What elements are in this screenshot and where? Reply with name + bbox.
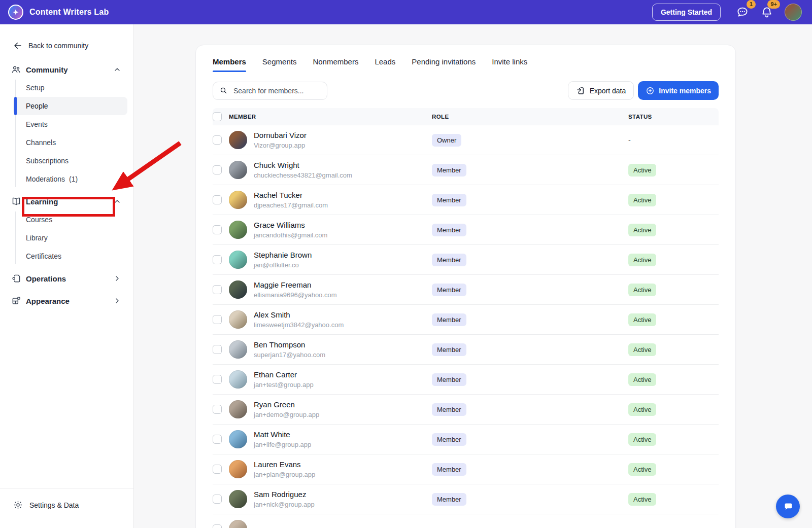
main-content: Members Segments Nonmembers Leads Pendin… <box>134 24 812 528</box>
chevron-right-icon[interactable] <box>113 297 121 305</box>
status-badge: Active <box>628 224 656 236</box>
column-role: ROLE <box>432 114 628 120</box>
member-name: Maggie Freeman <box>254 280 337 290</box>
status-badge: Active <box>628 433 656 446</box>
avatar <box>229 400 247 418</box>
invite-members-button[interactable]: Invite members <box>638 81 719 100</box>
chat-bubble-icon <box>736 6 749 19</box>
sidebar-item-channels[interactable]: Channels <box>13 133 127 152</box>
topbar: Content Writers Lab Getting Started 1 9+ <box>0 0 812 24</box>
status-badge: Active <box>628 373 656 386</box>
settings-and-data-link[interactable]: Settings & Data <box>0 488 133 528</box>
sidebar-item-subscriptions[interactable]: Subscriptions <box>13 152 127 170</box>
row-checkbox[interactable] <box>213 135 222 145</box>
row-checkbox[interactable] <box>213 345 222 354</box>
tab-invite-links[interactable]: Invite links <box>492 57 527 72</box>
column-member: MEMBER <box>229 114 432 120</box>
member-email: djpeaches17@gmail.com <box>254 201 328 209</box>
member-name: Lauren Evans <box>254 460 315 469</box>
tab-nonmembers[interactable]: Nonmembers <box>313 57 358 72</box>
table-row[interactable]: Dornubari Vizor Vizor@group.app Owner - <box>213 125 719 155</box>
row-checkbox[interactable] <box>213 495 222 504</box>
avatar <box>229 520 247 528</box>
table-row[interactable]: Maggie Freeman ellismania9696@yahoo.com … <box>213 274 719 304</box>
table-row[interactable]: Stephanie Brown jan@offkilter.co Member … <box>213 244 719 274</box>
chevron-up-icon[interactable] <box>113 65 121 74</box>
table-row[interactable]: Sam Rodriguez jan+nick@group.app Member … <box>213 484 719 514</box>
row-checkbox[interactable] <box>213 315 222 324</box>
status-badge: Active <box>628 284 656 296</box>
avatar <box>229 490 247 508</box>
notifications-button[interactable]: 9+ <box>760 6 773 19</box>
back-to-community-link[interactable]: Back to community <box>0 24 133 50</box>
tab-leads[interactable]: Leads <box>375 57 395 72</box>
column-status: STATUS <box>628 114 719 120</box>
table-row[interactable]: Ben Thompson superjan17@yahoo.com Member… <box>213 334 719 364</box>
search-members-input[interactable] <box>232 86 321 95</box>
row-checkbox[interactable] <box>213 195 222 204</box>
users-icon <box>11 64 21 75</box>
role-badge: Member <box>432 463 466 476</box>
sidebar-item-courses[interactable]: Courses <box>13 210 127 229</box>
sidebar-section-operations[interactable]: Operations <box>0 269 133 288</box>
row-checkbox[interactable] <box>213 165 222 174</box>
sidebar-section-learning[interactable]: Learning <box>0 192 133 210</box>
community-logo-icon[interactable] <box>8 5 23 20</box>
status-badge: Active <box>628 313 656 326</box>
member-email: jan+plan@group.app <box>254 471 315 478</box>
chevron-up-icon[interactable] <box>113 197 121 205</box>
member-email: jan@offkilter.co <box>254 261 312 269</box>
export-data-button[interactable]: Export data <box>568 81 634 100</box>
table-row[interactable]: Rachel Tucker djpeaches17@gmail.com Memb… <box>213 185 719 215</box>
table-row[interactable]: Ethan Carter jan+test@group.app Member A… <box>213 364 719 394</box>
status-badge: Active <box>628 343 656 356</box>
user-avatar[interactable] <box>785 4 802 21</box>
table-row[interactable]: Chuck Wright chuckiechesse43821@gmail.co… <box>213 155 719 185</box>
members-tabs: Members Segments Nonmembers Leads Pendin… <box>213 57 719 72</box>
tab-pending-invitations[interactable]: Pending invitations <box>412 57 476 72</box>
table-row[interactable]: Matt White jan+life@group.app Member Act… <box>213 424 719 454</box>
sidebar-item-setup[interactable]: Setup <box>13 79 127 97</box>
member-email: superjan17@yahoo.com <box>254 351 325 359</box>
row-checkbox[interactable] <box>213 285 222 294</box>
sidebar-section-appearance[interactable]: Appearance <box>0 292 133 310</box>
sidebar-item-people[interactable]: People <box>13 97 127 115</box>
member-name: Ethan Carter <box>254 370 314 379</box>
getting-started-button[interactable]: Getting Started <box>652 4 721 21</box>
sidebar-item-events[interactable]: Events <box>13 115 127 133</box>
table-row[interactable]: Alex Smith limesweetjm3842@yahoo.com Mem… <box>213 304 719 334</box>
avatar <box>229 131 247 149</box>
row-checkbox[interactable] <box>213 405 222 414</box>
sidebar-item-library[interactable]: Library <box>13 229 127 247</box>
table-row[interactable]: Grace Williams jancandothis@gmail.com Me… <box>213 215 719 244</box>
sidebar-item-certificates[interactable]: Certificates <box>13 247 127 265</box>
row-checkbox[interactable] <box>213 255 222 264</box>
search-members-box <box>213 82 327 100</box>
tab-segments[interactable]: Segments <box>262 57 297 72</box>
sidebar-item-moderations[interactable]: Moderations (1) <box>13 170 127 188</box>
row-checkbox[interactable] <box>213 375 222 384</box>
role-badge: Member <box>432 373 466 386</box>
row-checkbox[interactable] <box>213 435 222 444</box>
sidebar-section-community[interactable]: Community <box>0 60 133 79</box>
tab-members[interactable]: Members <box>213 57 246 72</box>
support-chat-widget-button[interactable] <box>776 495 800 518</box>
messages-button[interactable]: 1 <box>736 6 749 19</box>
row-checkbox[interactable] <box>213 225 222 234</box>
role-badge: Member <box>432 313 466 326</box>
table-row[interactable]: Ryan Green jan+demo@group.app Member Act… <box>213 394 719 424</box>
row-checkbox[interactable] <box>213 465 222 474</box>
chevron-right-icon[interactable] <box>113 274 121 283</box>
messages-badge: 1 <box>747 0 756 9</box>
role-badge: Member <box>432 224 466 236</box>
role-badge: Member <box>432 343 466 356</box>
row-checkbox[interactable] <box>213 524 222 528</box>
avatar <box>229 280 247 299</box>
member-name: Chuck Wright <box>254 161 352 170</box>
role-badge: Member <box>432 403 466 416</box>
status-badge: Active <box>628 463 656 476</box>
table-row[interactable] <box>213 514 719 528</box>
select-all-checkbox[interactable] <box>213 112 222 121</box>
role-badge: Member <box>432 254 466 266</box>
table-row[interactable]: Lauren Evans jan+plan@group.app Member A… <box>213 454 719 484</box>
